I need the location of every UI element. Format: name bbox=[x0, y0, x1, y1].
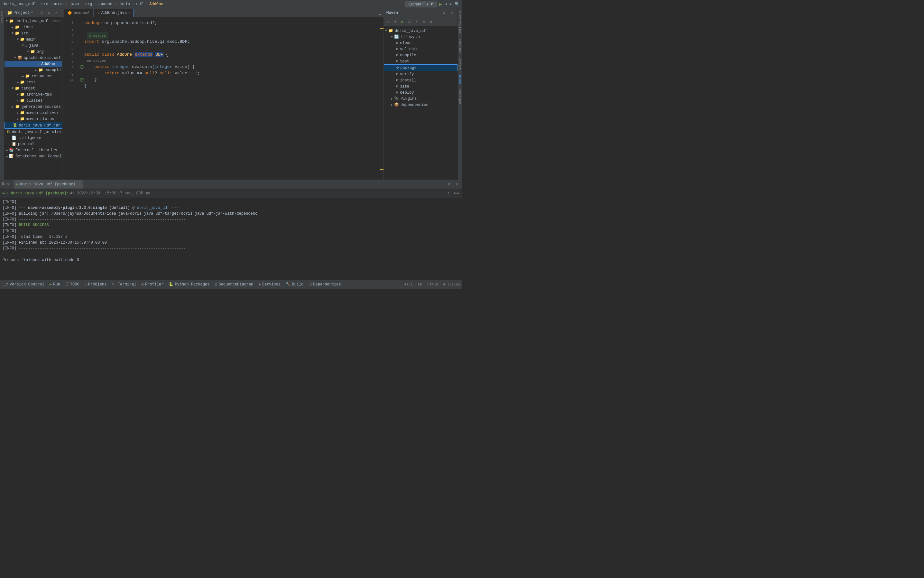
tree-item-main[interactable]: ▼ 📁 main bbox=[5, 36, 62, 42]
tree-item-pom[interactable]: 📋 pom.xml bbox=[5, 141, 62, 147]
run-play-btn[interactable]: ▶ bbox=[3, 191, 5, 196]
tree-item-package[interactable]: ▼ 📦 apache.doris.udf bbox=[5, 55, 62, 61]
terminal-btn[interactable]: >_ Terminal bbox=[110, 281, 138, 288]
tree-item-maven-status[interactable]: ▶ 📁 maven-status bbox=[5, 116, 62, 122]
maven-root[interactable]: ▼ 📁 doris_java_udf bbox=[384, 28, 457, 34]
version-control-icon: ⎇ bbox=[4, 282, 8, 287]
sequence-diagram-btn[interactable]: ⧖ SequenceDiagram bbox=[213, 281, 255, 288]
run-panel-close[interactable]: ✕ bbox=[454, 181, 460, 188]
build-icon: 🔨 bbox=[286, 282, 290, 287]
run-panel-settings[interactable]: ⚙ bbox=[446, 181, 452, 188]
build-btn[interactable]: 🔨 Build bbox=[284, 281, 305, 288]
right-strip-endpoints[interactable]: Endpoints bbox=[459, 89, 462, 105]
tree-item-root[interactable]: ▼ 📁 doris_java_udf ~/Documents/idea_java… bbox=[5, 18, 62, 24]
output-line-10 bbox=[3, 252, 459, 257]
line-numbers: 1 2 3 4 5 6 7 8 9 10 bbox=[62, 17, 75, 180]
maven-plugins[interactable]: ▶ 🔌 Plugins bbox=[384, 96, 457, 102]
run-btn[interactable]: ▶ Run bbox=[48, 281, 62, 288]
maven-run-btn[interactable]: ▶ bbox=[399, 19, 406, 25]
profiler-btn[interactable]: ◎ Profiler bbox=[139, 281, 166, 288]
project-folder-icon: 📁 bbox=[7, 10, 12, 15]
maven-dependencies[interactable]: ▶ 📦 Dependencies bbox=[384, 102, 457, 108]
tree-item-classes[interactable]: ▶ 📁 classes bbox=[5, 97, 62, 104]
tree-item-jar2[interactable]: 🗜 doris_java_udf-jar-with-dependencies.j… bbox=[5, 129, 62, 135]
maven-lifecycle-btn[interactable]: ⧊ bbox=[406, 19, 413, 25]
close-panel-btn[interactable]: ✕ bbox=[53, 10, 60, 16]
settings-btn[interactable]: ⚙ bbox=[46, 10, 52, 16]
maven-compile[interactable]: ⚙ compile bbox=[384, 52, 457, 58]
run-icon: ▶ bbox=[50, 282, 52, 287]
right-strip-maven[interactable]: Maven bbox=[459, 75, 462, 84]
project-panel-header: 📁 Project ▼ ≡ ⚙ ✕ bbox=[5, 8, 62, 17]
run-tab-icon: ▶ bbox=[16, 182, 19, 187]
dependencies-btn[interactable]: ⬡ Dependencies bbox=[306, 281, 343, 288]
project-dropdown-icon[interactable]: ▼ bbox=[31, 11, 33, 15]
current-file-button[interactable]: Current File ▼ bbox=[405, 1, 436, 7]
maven-verify[interactable]: ⚙ verify bbox=[384, 71, 457, 77]
tree-item-example[interactable]: ▶ 📁 example bbox=[5, 67, 62, 73]
maven-package[interactable]: ⚙ package bbox=[384, 64, 457, 71]
toolbar-search[interactable]: 🔍 bbox=[455, 2, 459, 6]
tree-item-scratches[interactable]: ▶ 📝 Scratches and Consoles bbox=[5, 153, 62, 159]
tree-item-idea[interactable]: ▶ 📁 .idea bbox=[5, 24, 62, 30]
tree-item-org[interactable]: ▼ 📁 org bbox=[5, 49, 62, 55]
problems-btn[interactable]: ⚠ Problems bbox=[83, 281, 109, 288]
tab-pom[interactable]: 🔶 pom.xml bbox=[64, 9, 93, 17]
right-gutter bbox=[379, 17, 384, 180]
tree-item-resources[interactable]: ▶ 📁 resources bbox=[5, 73, 62, 79]
maven-clean[interactable]: ⚙ clean bbox=[384, 40, 457, 46]
right-strip-sciview[interactable]: SciView bbox=[459, 58, 462, 70]
tab-addone[interactable]: ☕ AddOne.java ✕ bbox=[94, 9, 133, 17]
toolbar-nav-fwd[interactable]: ▶ bbox=[450, 2, 452, 6]
java-icon: ☕ bbox=[97, 11, 99, 15]
right-strip-database[interactable]: Database bbox=[459, 39, 462, 52]
status-line-col[interactable]: 47:1 bbox=[404, 283, 413, 286]
services-label: Services bbox=[262, 282, 281, 287]
maven-deploy[interactable]: ⚙ deploy bbox=[384, 89, 457, 96]
maven-icon-btn[interactable]: ⚙ bbox=[428, 19, 434, 25]
maven-lifecycle[interactable]: ▼ 🔄 Lifecycle bbox=[384, 34, 457, 40]
maven-refresh-btn[interactable]: ↻ bbox=[385, 19, 392, 25]
maven-download-btn[interactable]: ⬇ bbox=[413, 19, 420, 25]
tab-close-btn[interactable]: ✕ bbox=[128, 11, 130, 15]
run-tab-package[interactable]: ▶ doris_java_udf [package] ✕ bbox=[14, 180, 83, 188]
maven-site[interactable]: ⚙ site bbox=[384, 83, 457, 89]
tree-item-test[interactable]: ▶ 📁 test bbox=[5, 79, 62, 85]
status-line-ending[interactable]: LF bbox=[418, 283, 422, 286]
tree-item-external-libs[interactable]: ▶ 📚 External Libraries bbox=[5, 147, 62, 153]
run-tab-close[interactable]: ✕ bbox=[78, 182, 80, 186]
maven-add-btn[interactable]: + bbox=[392, 19, 399, 25]
tree-item-maven-archiver[interactable]: ▶ 📁 maven-archiver bbox=[5, 110, 62, 116]
python-packages-btn[interactable]: 🐍 Python Packages bbox=[167, 281, 211, 288]
maven-validate[interactable]: ⚙ validate bbox=[384, 46, 457, 52]
tree-item-java[interactable]: ▼ ☕ java bbox=[5, 42, 62, 49]
status-indent[interactable]: 4 spaces bbox=[443, 283, 460, 286]
tree-item-generated-sources[interactable]: ▶ 📁 generated-sources bbox=[5, 104, 62, 110]
tree-item-addone[interactable]: ☕ AddOne bbox=[5, 61, 62, 67]
maven-install[interactable]: ⚙ install bbox=[384, 77, 457, 83]
tree-item-target[interactable]: ▼ 📁 target bbox=[5, 85, 62, 91]
todo-btn[interactable]: ☰ TODO bbox=[63, 281, 81, 288]
services-btn[interactable]: ◈ Services bbox=[256, 281, 282, 288]
tab-overflow-btn[interactable]: ⋯ bbox=[378, 12, 382, 17]
status-encoding[interactable]: UTF-8 bbox=[427, 283, 438, 286]
left-strip-project-label[interactable]: Project bbox=[1, 11, 4, 23]
maven-close-btn[interactable]: ✕ bbox=[449, 10, 455, 16]
tree-item-archive-tmp[interactable]: ▶ 📁 archive-tmp bbox=[5, 91, 62, 97]
toolbar-nav-back[interactable]: ◀ bbox=[445, 2, 447, 6]
run-wrap-btn[interactable]: ⟺ bbox=[453, 190, 459, 196]
toolbar-run-icon[interactable]: ▶ bbox=[439, 1, 443, 7]
tree-item-jar1[interactable]: 🗜 doris_java_udf.jar bbox=[5, 122, 62, 129]
code-editor[interactable]: package org.apache.doris.udf; 2 usages i… bbox=[75, 17, 379, 180]
tree-item-src[interactable]: ▼ 📁 src bbox=[5, 30, 62, 36]
maven-dependencies-label: Dependencies bbox=[400, 103, 428, 107]
version-control-btn[interactable]: ⎇ Version Control bbox=[2, 281, 46, 288]
collapse-all-btn[interactable]: ≡ bbox=[38, 10, 45, 16]
run-scroll-btn[interactable]: ↕ bbox=[445, 190, 452, 196]
maven-test[interactable]: ⚙ test bbox=[384, 58, 457, 64]
right-strip-notifications[interactable]: Notifications bbox=[459, 11, 462, 34]
tree-item-gitignore[interactable]: 📄 .gitignore bbox=[5, 135, 62, 141]
maven-collapse-btn[interactable]: ≡ bbox=[420, 19, 427, 25]
title-bar: doris_java_udf › src › main › java › org… bbox=[0, 0, 462, 8]
maven-settings-btn[interactable]: ⚙ bbox=[441, 10, 447, 16]
